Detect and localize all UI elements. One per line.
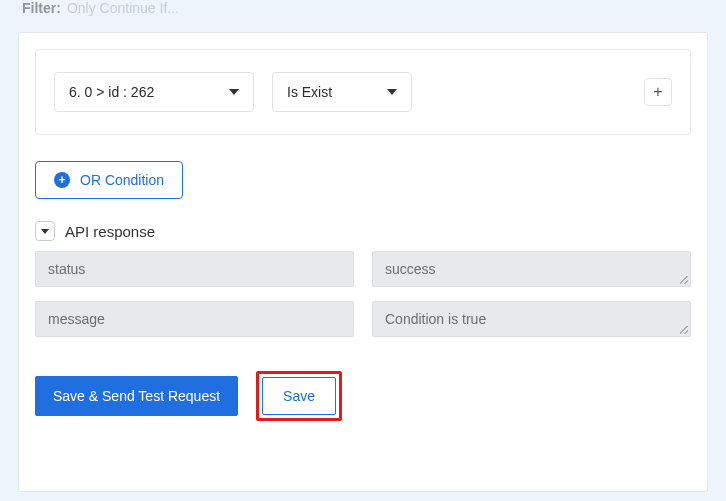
or-condition-label: OR Condition [80, 172, 164, 188]
save-send-test-button[interactable]: Save & Send Test Request [35, 376, 238, 416]
filter-value: Only Continue If... [67, 0, 179, 16]
save-button[interactable]: Save [262, 377, 336, 415]
collapse-toggle[interactable] [35, 221, 55, 241]
add-condition-button[interactable]: + [644, 78, 672, 106]
response-value-text: success [385, 261, 436, 277]
response-value-text: Condition is true [385, 311, 486, 327]
condition-operator-value: Is Exist [287, 84, 332, 100]
plus-circle-icon: + [54, 172, 70, 188]
condition-operator-dropdown[interactable]: Is Exist [272, 72, 412, 112]
condition-field-dropdown[interactable]: 6. 0 > id : 262 [54, 72, 254, 112]
plus-icon: + [653, 84, 662, 100]
condition-field-value: 6. 0 > id : 262 [69, 84, 154, 100]
filter-card: 6. 0 > id : 262 Is Exist + + OR Conditio… [18, 32, 708, 492]
or-condition-button[interactable]: + OR Condition [35, 161, 183, 199]
api-response-title: API response [65, 223, 155, 240]
caret-down-icon [229, 89, 239, 95]
response-key-field[interactable]: message [35, 301, 354, 337]
caret-down-icon [387, 89, 397, 95]
condition-row: 6. 0 > id : 262 Is Exist + [35, 49, 691, 135]
response-value-field[interactable]: Condition is true [372, 301, 691, 337]
save-button-highlight: Save [256, 371, 342, 421]
response-value-field[interactable]: success [372, 251, 691, 287]
api-response-header: API response [35, 221, 691, 241]
chevron-down-icon [41, 229, 49, 234]
action-buttons: Save & Send Test Request Save [35, 371, 691, 421]
response-key-text: status [48, 261, 85, 277]
page-header: Filter: Only Continue If... [0, 0, 726, 24]
filter-label: Filter: [22, 0, 61, 16]
response-key-field[interactable]: status [35, 251, 354, 287]
response-key-text: message [48, 311, 105, 327]
api-response-grid: status success message Condition is true [35, 251, 691, 337]
